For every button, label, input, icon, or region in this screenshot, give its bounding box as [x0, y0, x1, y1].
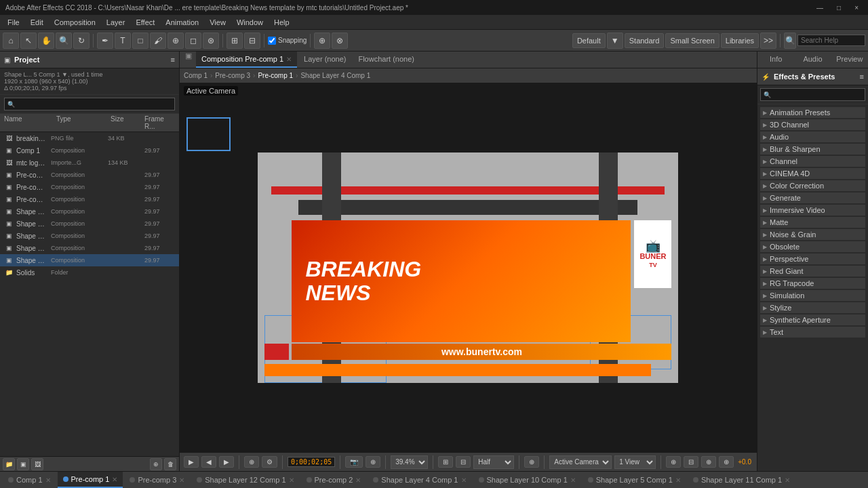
tl-tab-close[interactable]: ✕ [675, 476, 681, 484]
tl-tab-close[interactable]: ✕ [179, 476, 184, 484]
effect-group-header[interactable]: ▶ Blur & Sharpen [760, 144, 865, 155]
effect-group-header[interactable]: ▶ Perspective [760, 253, 865, 264]
tl-tab-shape12[interactable]: Shape Layer 12 Comp 1 ✕ [191, 472, 299, 488]
tl-tab-close[interactable]: ✕ [289, 476, 294, 484]
tl-tab-precomp1[interactable]: Pre-comp 1 ✕ [58, 472, 123, 488]
project-list-item[interactable]: ▣ Pre-comp 2 Composition 29.97 [0, 181, 179, 193]
project-list-item[interactable]: ▣ Shape L...omp 1 Composition 29.97 [0, 230, 179, 242]
3d-btn[interactable]: ⊕ [524, 456, 539, 468]
eraser-tool[interactable]: ◻ [185, 33, 201, 49]
ram-preview-btn[interactable]: ⊕ [244, 456, 259, 468]
project-list-item[interactable]: ▣ Shape L...mp 1 Composition 29.97 [0, 205, 179, 218]
effects-menu-btn[interactable]: ≡ [860, 73, 864, 81]
effect-group-header[interactable]: ▶ Synthetic Aperture [760, 314, 865, 325]
project-list-item[interactable]: ▣ Shape L...omp 1 Composition 29.97 [0, 218, 179, 230]
menu-composition[interactable]: Composition [50, 17, 100, 28]
tl-tab-shape10[interactable]: Shape Layer 10 Comp 1 ✕ [473, 472, 581, 488]
shape-tool[interactable]: □ [132, 33, 149, 49]
effect-group-header[interactable]: ▶ Text [760, 327, 865, 338]
effect-group-header[interactable]: ▶ Animation Presets [760, 107, 865, 118]
breadcrumb-precomp3[interactable]: Pre-comp 3 [215, 72, 250, 79]
search-help-input[interactable] [797, 35, 865, 46]
tl-tab-shape4[interactable]: Shape Layer 4 Comp 1 ✕ [368, 472, 471, 488]
workspace-more[interactable]: >> [760, 33, 776, 49]
effect-group-header[interactable]: ▶ Stylize [760, 302, 865, 313]
effect-group-header[interactable]: ▶ Generate [760, 192, 865, 203]
effect-group-header[interactable]: ▶ CINEMA 4D [760, 168, 865, 179]
3d-tool[interactable]: ⊕ [314, 33, 330, 49]
next-frame-btn[interactable]: ▶ [219, 456, 234, 468]
quality-select[interactable]: Half Full Quarter [473, 455, 514, 469]
menu-file[interactable]: File [3, 17, 24, 28]
puppet-tool[interactable]: ⊛ [203, 33, 219, 49]
preview-settings-btn[interactable]: ⚙ [262, 456, 277, 468]
draft-btn[interactable]: ⊕ [701, 456, 716, 468]
audio-tab[interactable]: Audio [794, 52, 831, 68]
effect-group-header[interactable]: ▶ RG Trapcode [760, 278, 865, 289]
render-btn[interactable]: ⊕ [666, 456, 681, 468]
effect-group-header[interactable]: ▶ Noise & Grain [760, 229, 865, 240]
effect-group-header[interactable]: ▶ Audio [760, 131, 865, 142]
view-count-select[interactable]: 1 View 2 Views 4 Views [614, 455, 656, 469]
comp-tab-flowchart[interactable]: Flowchart (none) [353, 52, 420, 68]
workspace-expand[interactable]: ▼ [607, 33, 623, 49]
rotate-tool[interactable]: ↻ [73, 33, 90, 49]
breadcrumb-precomp1[interactable]: Pre-comp 1 [258, 72, 293, 79]
effect-group-header[interactable]: ▶ Obsolete [760, 241, 865, 252]
interpret-btn[interactable]: ⊕ [150, 458, 162, 470]
project-list-item[interactable]: ▣ Comp 1 Composition 29.97 [0, 144, 179, 157]
menu-help[interactable]: Help [269, 17, 294, 28]
info-tab[interactable]: Info [757, 52, 794, 68]
standard-workspace[interactable]: Standard [625, 33, 665, 48]
prev-frame-btn[interactable]: ◀ [201, 456, 216, 468]
text-tool[interactable]: T [115, 33, 131, 49]
zoom-tool[interactable]: 🔍 [56, 33, 72, 49]
close-btn[interactable]: × [850, 4, 863, 12]
timecode-display[interactable]: 0;00;02;05 [288, 457, 335, 467]
effect-group-header[interactable]: ▶ Color Correction [760, 180, 865, 191]
project-list-item[interactable]: 🖼 mtc logojpg Importe...G 134 KB [0, 157, 179, 169]
opengl-btn[interactable]: ⊟ [684, 456, 698, 468]
effect-group-header[interactable]: ▶ 3D Channel [760, 119, 865, 130]
maximize-btn[interactable]: □ [833, 4, 845, 12]
default-workspace[interactable]: Default [572, 33, 606, 48]
grid-btn[interactable]: ⊞ [438, 456, 453, 468]
project-list-item[interactable]: 🖼 breakin_ite.png PNG file 34 KB [0, 132, 179, 144]
preview-tab[interactable]: Preview [831, 52, 868, 68]
new-item-btn[interactable]: 🖼 [31, 458, 43, 470]
camera-btn[interactable]: 📷 [345, 456, 363, 468]
tl-tab-close[interactable]: ✕ [570, 476, 576, 484]
brush-tool[interactable]: 🖌 [150, 33, 166, 49]
menu-window[interactable]: Window [232, 17, 268, 28]
tl-tab-comp1[interactable]: Comp 1 ✕ [3, 472, 56, 488]
zoom-select[interactable]: 39.4% 50% 100% [391, 455, 428, 469]
home-btn[interactable]: ⌂ [3, 33, 19, 49]
delete-btn[interactable]: 🗑 [164, 458, 176, 470]
tl-tab-precomp2[interactable]: Pre-comp 2 ✕ [301, 472, 367, 488]
menu-animation[interactable]: Animation [161, 17, 203, 28]
select-tool[interactable]: ↖ [20, 33, 37, 49]
project-list-item[interactable]: ▣ Pre-comp 3 Composition 29.97 [0, 193, 179, 205]
align-tool[interactable]: ⊞ [226, 33, 243, 49]
pen-tool[interactable]: ✒ [97, 33, 113, 49]
channels-btn[interactable]: ⊟ [456, 456, 471, 468]
menu-layer[interactable]: Layer [102, 17, 130, 28]
minimize-btn[interactable]: — [812, 4, 827, 12]
project-list-item[interactable]: ▣ Pre-comp 1 Composition 29.97 [0, 169, 179, 181]
comp-tab-close[interactable]: ✕ [286, 56, 292, 63]
effects-search-input[interactable] [774, 89, 862, 100]
clone-tool[interactable]: ⊕ [167, 33, 184, 49]
tl-tab-close[interactable]: ✕ [112, 476, 117, 483]
menu-edit[interactable]: Edit [26, 17, 48, 28]
effect-group-header[interactable]: ▶ Immersive Video [760, 205, 865, 216]
project-list-item[interactable]: ▣ Shape L...mp 1 Composition 29.97 [0, 254, 179, 266]
project-list-item[interactable]: 📁 Solids Folder [0, 266, 179, 279]
magnify-btn[interactable]: ⊕ [366, 456, 380, 468]
effect-group-header[interactable]: ▶ Simulation [760, 290, 865, 301]
play-btn[interactable]: ▶ [184, 456, 199, 468]
project-menu-btn[interactable]: ≡ [171, 56, 175, 64]
tl-tab-precomp3[interactable]: Pre-comp 3 ✕ [124, 472, 190, 488]
menu-effect[interactable]: Effect [131, 17, 159, 28]
new-folder-btn[interactable]: 📁 [3, 458, 15, 470]
effect-group-header[interactable]: ▶ Matte [760, 217, 865, 228]
